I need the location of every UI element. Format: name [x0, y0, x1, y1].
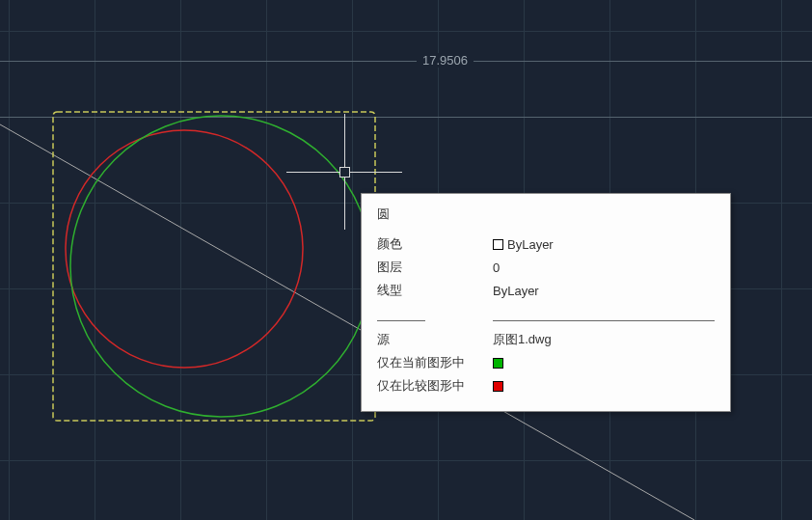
prop-layer-label: 图层 — [377, 256, 493, 279]
prop-linetype-value: ByLayer — [493, 279, 715, 302]
color-swatch-red — [493, 381, 503, 392]
dimension-label: 17.9506 — [417, 53, 474, 68]
color-swatch-green — [493, 358, 503, 369]
color-swatch-bylayer — [493, 239, 503, 250]
prop-only-current-label: 仅在当前图形中 — [377, 351, 493, 374]
prop-color-value: ByLayer — [493, 233, 715, 256]
circle-green[interactable] — [64, 112, 382, 430]
tooltip-title: 圆 — [377, 205, 715, 223]
prop-source-label: 源 — [377, 328, 493, 351]
prop-linetype-label: 线型 — [377, 279, 493, 302]
tooltip-properties-table: 颜色 ByLayer 图层 0 线型 ByLayer 源 原图1.dwg 仅在当… — [377, 233, 715, 397]
prop-only-compare-swatch — [493, 374, 715, 397]
prop-only-current-swatch — [493, 351, 715, 374]
prop-source-value: 原图1.dwg — [493, 328, 715, 351]
prop-color-label: 颜色 — [377, 233, 493, 256]
prop-only-compare-label: 仅在比较图形中 — [377, 374, 493, 397]
svg-point-3 — [70, 116, 371, 417]
entity-tooltip: 圆 颜色 ByLayer 图层 0 线型 ByLayer 源 原图1.dwg 仅… — [361, 193, 731, 412]
prop-layer-value: 0 — [493, 256, 715, 279]
